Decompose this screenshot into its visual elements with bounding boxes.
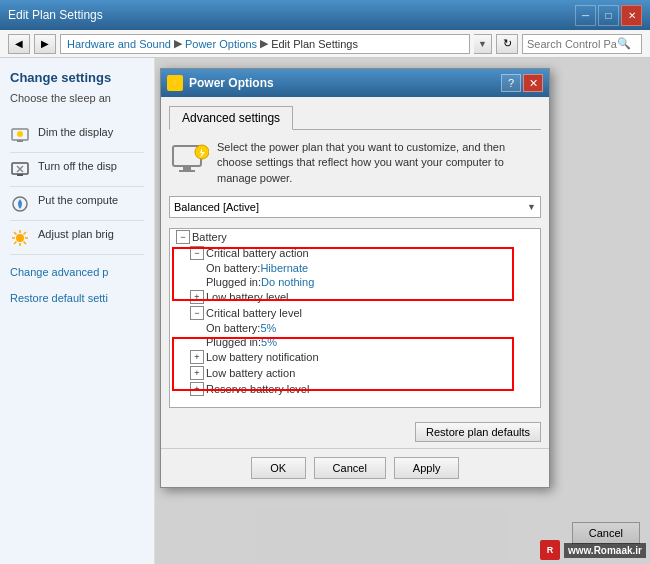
- sidebar-item-brightness-label: Adjust plan brig: [38, 227, 114, 241]
- reserve-level-toggle[interactable]: +: [190, 382, 204, 396]
- tree-item-low-action: + Low battery action: [170, 365, 540, 381]
- plan-select-value: Balanced [Active]: [174, 201, 259, 213]
- sidebar-item-turnoff: Turn off the disp: [10, 153, 144, 187]
- svg-rect-18: [183, 166, 191, 170]
- tree-item-plugged-in-action: Plugged in: Do nothing: [170, 275, 540, 289]
- svg-line-16: [14, 242, 17, 245]
- plugged-in-level-value[interactable]: 5%: [261, 336, 277, 348]
- separator-2: ▶: [260, 37, 268, 50]
- sidebar-item-brightness: Adjust plan brig: [10, 221, 144, 255]
- dialog-close-button[interactable]: ✕: [523, 74, 543, 92]
- refresh-button[interactable]: ↻: [496, 34, 518, 54]
- dialog-footer: Restore plan defaults: [161, 416, 549, 448]
- back-button[interactable]: ◀: [8, 34, 30, 54]
- plan-dropdown-container: Balanced [Active] ▼: [169, 196, 541, 218]
- maximize-button[interactable]: □: [598, 5, 619, 26]
- battery-toggle[interactable]: −: [176, 230, 190, 244]
- watermark: R www.Romaak.ir: [540, 540, 646, 560]
- sidebar-item-turnoff-label: Turn off the disp: [38, 159, 117, 173]
- on-battery-level-value[interactable]: 5%: [260, 322, 276, 334]
- monitor-off-icon: [10, 160, 30, 180]
- svg-line-15: [24, 232, 27, 235]
- path-part-1: Hardware and Sound: [67, 38, 171, 50]
- low-battery-level-toggle[interactable]: +: [190, 290, 204, 304]
- minimize-button[interactable]: ─: [575, 5, 596, 26]
- sidebar-item-dim: Dim the display: [10, 119, 144, 153]
- path-part-3: Edit Plan Settings: [271, 38, 358, 50]
- address-path[interactable]: Hardware and Sound ▶ Power Options ▶ Edi…: [60, 34, 470, 54]
- svg-point-8: [16, 234, 24, 242]
- dialog-body: Advanced settings: [161, 97, 549, 416]
- plan-select-arrow-icon: ▼: [527, 202, 536, 212]
- dialog-titlebar-controls: ? ✕: [501, 74, 543, 92]
- separator-1: ▶: [174, 37, 182, 50]
- search-input[interactable]: [527, 38, 617, 50]
- bg-titlebar-text: Edit Plan Settings: [8, 8, 103, 22]
- dialog-title-text: Power Options: [189, 76, 495, 90]
- sidebar-subtitle: Choose the sleep an: [10, 91, 144, 105]
- change-advanced-link[interactable]: Change advanced p: [10, 265, 144, 280]
- tab-strip: Advanced settings: [169, 105, 541, 130]
- low-action-toggle[interactable]: +: [190, 366, 204, 380]
- tree-item-critical-action: − Critical battery action: [170, 245, 540, 261]
- bg-titlebar-controls: ─ □ ✕: [575, 5, 642, 26]
- plan-select[interactable]: Balanced [Active] ▼: [169, 196, 541, 218]
- watermark-icon: R: [540, 540, 560, 560]
- sun-icon: [10, 228, 30, 248]
- watermark-text: www.Romaak.ir: [564, 543, 646, 558]
- ok-button[interactable]: OK: [251, 457, 306, 479]
- bg-titlebar: Edit Plan Settings ─ □ ✕: [0, 0, 650, 30]
- description-area: Select the power plan that you want to c…: [169, 140, 541, 186]
- tree-item-low-notification: + Low battery notification: [170, 349, 540, 365]
- dialog-actions: OK Cancel Apply: [161, 448, 549, 487]
- tree-item-low-battery-level: + Low battery level: [170, 289, 540, 305]
- sidebar-item-sleep-label: Put the compute: [38, 193, 118, 207]
- main-content: Change settings Choose the sleep an Dim …: [0, 58, 650, 564]
- plugged-in-action-value[interactable]: Do nothing: [261, 276, 314, 288]
- cancel-button[interactable]: Cancel: [314, 457, 386, 479]
- low-notification-toggle[interactable]: +: [190, 350, 204, 364]
- sidebar-item-dim-label: Dim the display: [38, 125, 113, 139]
- tree-item-on-battery-level: On battery: 5%: [170, 321, 540, 335]
- tree-container[interactable]: − Battery − Critical battery action: [169, 228, 541, 408]
- search-icon: 🔍: [617, 37, 631, 50]
- critical-level-toggle[interactable]: −: [190, 306, 204, 320]
- power-options-dialog: ⚡ Power Options ? ✕ Advanced settings: [160, 68, 550, 488]
- tree-item-reserve-level: + Reserve battery level: [170, 381, 540, 397]
- svg-line-14: [24, 242, 27, 245]
- close-button[interactable]: ✕: [621, 5, 642, 26]
- tree-item-on-battery: On battery: Hibernate: [170, 261, 540, 275]
- address-bar: ◀ ▶ Hardware and Sound ▶ Power Options ▶…: [0, 30, 650, 58]
- svg-rect-1: [17, 140, 23, 142]
- right-content: Cancel ⚡ Power Options ? ✕: [155, 58, 650, 564]
- svg-point-2: [17, 131, 23, 137]
- search-box[interactable]: 🔍: [522, 34, 642, 54]
- restore-defaults-button[interactable]: Restore plan defaults: [415, 422, 541, 442]
- dialog-help-button[interactable]: ?: [501, 74, 521, 92]
- left-sidebar: Change settings Choose the sleep an Dim …: [0, 58, 155, 564]
- sleep-icon: [10, 194, 30, 214]
- power-plan-icon: [169, 140, 209, 180]
- dialog-description: Select the power plan that you want to c…: [217, 140, 541, 186]
- critical-action-toggle[interactable]: −: [190, 246, 204, 260]
- sidebar-item-sleep: Put the compute: [10, 187, 144, 221]
- modal-overlay: ⚡ Power Options ? ✕ Advanced settings: [155, 58, 650, 564]
- tree-item-plugged-in-level: Plugged in: 5%: [170, 335, 540, 349]
- svg-line-13: [14, 232, 17, 235]
- svg-rect-4: [17, 174, 23, 176]
- tree-item-critical-level: − Critical battery level: [170, 305, 540, 321]
- address-dropdown[interactable]: ▼: [474, 34, 492, 54]
- apply-button[interactable]: Apply: [394, 457, 460, 479]
- sidebar-title: Change settings: [10, 70, 144, 85]
- monitor-icon: [10, 126, 30, 146]
- on-battery-value[interactable]: Hibernate: [260, 262, 308, 274]
- tree-item-battery: − Battery: [170, 229, 540, 245]
- dialog-titlebar: ⚡ Power Options ? ✕: [161, 69, 549, 97]
- restore-default-link[interactable]: Restore default setti: [10, 291, 144, 306]
- forward-button[interactable]: ▶: [34, 34, 56, 54]
- svg-rect-19: [179, 170, 195, 172]
- background-window: Edit Plan Settings ─ □ ✕ ◀ ▶ Hardware an…: [0, 0, 650, 564]
- advanced-settings-tab[interactable]: Advanced settings: [169, 106, 293, 130]
- dialog-title-icon: ⚡: [167, 75, 183, 91]
- path-part-2: Power Options: [185, 38, 257, 50]
